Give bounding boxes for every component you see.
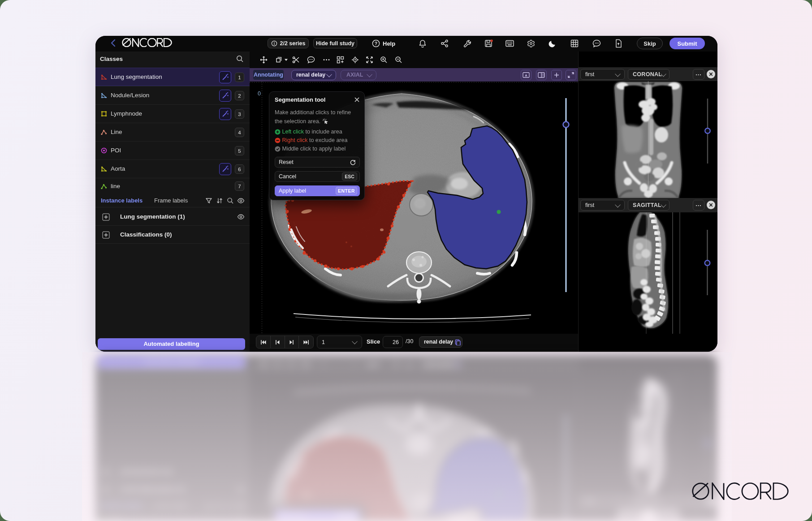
svg-text:?: ? — [375, 41, 377, 46]
svg-text:A: A — [525, 73, 527, 77]
svg-text:0: 0 — [258, 90, 261, 97]
